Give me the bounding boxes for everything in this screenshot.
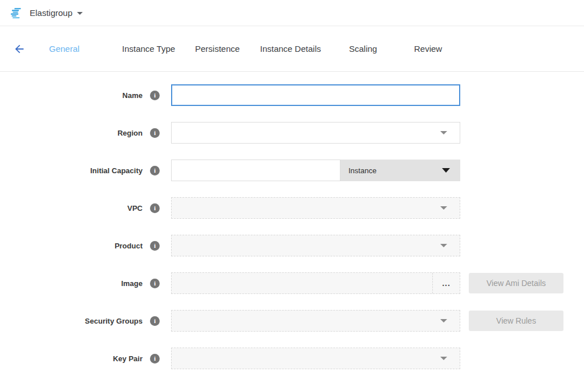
chevron-down-icon bbox=[440, 319, 447, 322]
tab-review[interactable]: Review bbox=[414, 38, 442, 59]
image-field: ... bbox=[171, 272, 460, 294]
name-row: Name i bbox=[0, 84, 584, 106]
vpc-label: VPC bbox=[127, 204, 143, 213]
info-icon[interactable]: i bbox=[150, 91, 160, 100]
security-groups-label: Security Groups bbox=[85, 317, 143, 325]
info-icon[interactable]: i bbox=[150, 203, 160, 213]
view-rules-button[interactable]: View Rules bbox=[469, 311, 563, 331]
vpc-row: VPC i bbox=[0, 197, 584, 219]
region-row: Region i bbox=[0, 122, 584, 144]
info-icon[interactable]: i bbox=[150, 354, 160, 364]
tab-persistence[interactable]: Persistence bbox=[195, 38, 260, 59]
elastigroup-create-page: Elastigroup General Instance Type Persis… bbox=[0, 0, 584, 392]
key-pair-select[interactable] bbox=[171, 348, 460, 369]
chevron-down-icon bbox=[442, 168, 450, 173]
tab-general[interactable]: General bbox=[49, 38, 122, 59]
view-ami-details-button[interactable]: View Ami Details bbox=[469, 273, 563, 293]
initial-capacity-label: Initial Capacity bbox=[90, 166, 143, 175]
name-input[interactable] bbox=[171, 84, 460, 106]
image-label: Image bbox=[121, 279, 143, 288]
tab-instance-type[interactable]: Instance Type bbox=[122, 38, 195, 59]
security-groups-row: Security Groups i View Rules bbox=[0, 310, 584, 332]
name-label: Name bbox=[123, 91, 143, 100]
tab-scaling[interactable]: Scaling bbox=[349, 38, 414, 59]
info-icon[interactable]: i bbox=[150, 279, 160, 288]
info-icon[interactable]: i bbox=[150, 316, 160, 326]
image-browse-button[interactable]: ... bbox=[432, 273, 460, 293]
product-select[interactable] bbox=[171, 235, 460, 256]
app-title[interactable]: Elastigroup bbox=[30, 8, 72, 18]
tab-instance-details[interactable]: Instance Details bbox=[260, 38, 349, 59]
capacity-unit-select[interactable]: Instance bbox=[340, 160, 460, 181]
image-row: Image i ... View Ami Details bbox=[0, 272, 584, 294]
general-settings-form: Name i Region i Initial Capacity i bbox=[0, 72, 584, 369]
chevron-down-icon bbox=[440, 244, 447, 247]
vpc-select[interactable] bbox=[171, 197, 460, 219]
chevron-down-icon bbox=[440, 131, 447, 134]
top-bar: Elastigroup bbox=[0, 0, 584, 26]
key-pair-row: Key Pair i bbox=[0, 348, 584, 369]
info-icon[interactable]: i bbox=[150, 128, 160, 138]
region-select[interactable] bbox=[171, 122, 460, 144]
key-pair-label: Key Pair bbox=[113, 354, 143, 363]
wizard-tab-bar: General Instance Type Persistence Instan… bbox=[0, 26, 584, 72]
region-label: Region bbox=[117, 129, 143, 137]
product-row: Product i bbox=[0, 235, 584, 256]
elastigroup-logo-icon bbox=[9, 6, 24, 20]
info-icon[interactable]: i bbox=[150, 241, 160, 251]
chevron-down-icon bbox=[440, 357, 447, 360]
chevron-down-icon bbox=[440, 206, 447, 210]
back-arrow-icon[interactable] bbox=[11, 41, 27, 57]
security-groups-select[interactable] bbox=[171, 310, 460, 332]
initial-capacity-row: Initial Capacity i Instance bbox=[0, 160, 584, 181]
image-value[interactable] bbox=[172, 273, 432, 293]
capacity-unit-value: Instance bbox=[348, 166, 376, 175]
info-icon[interactable]: i bbox=[150, 166, 160, 175]
product-label: Product bbox=[115, 242, 143, 250]
wizard-tabs: General Instance Type Persistence Instan… bbox=[49, 38, 442, 59]
initial-capacity-input[interactable] bbox=[171, 160, 340, 181]
app-switcher-caret-icon[interactable] bbox=[77, 12, 83, 15]
